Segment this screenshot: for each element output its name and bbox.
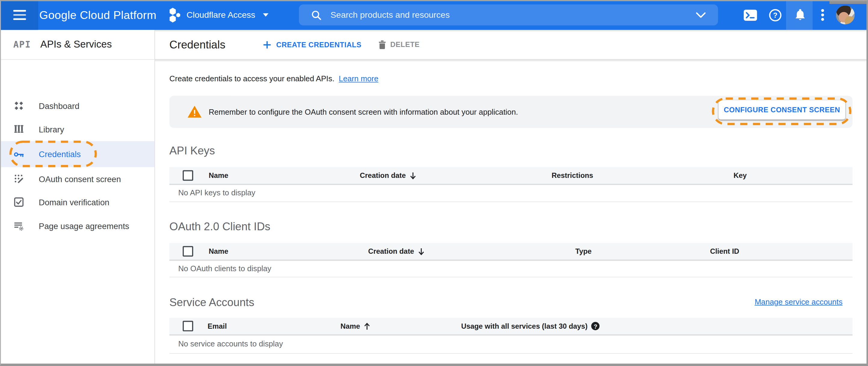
service-accounts-table-header: Email Name Usage with all services (last…: [169, 318, 852, 336]
manage-service-accounts-link[interactable]: Manage service accounts: [754, 297, 842, 306]
column-header-creation-date[interactable]: Creation date: [360, 171, 416, 180]
api-logo-glyph: API: [13, 39, 31, 50]
product-logo[interactable]: Google Cloud Platform: [39, 0, 156, 30]
page-title: Credentials: [169, 38, 225, 51]
sort-desc-icon: [418, 247, 425, 255]
create-credentials-button[interactable]: CREATE CREDENTIALS: [263, 40, 362, 49]
sidebar-item-label: Domain verification: [39, 197, 110, 207]
search-bar[interactable]: [299, 4, 718, 26]
toolbar-shadow: [155, 59, 868, 62]
select-all-checkbox[interactable]: [183, 321, 193, 331]
hexagon-cluster-icon: [169, 7, 181, 23]
section-title-oauth-clients: OAuth 2.0 Client IDs: [169, 220, 270, 233]
sidebar-item-domain-verification[interactable]: Domain verification: [0, 190, 154, 214]
dashboard-icon: [14, 101, 24, 111]
column-header-type[interactable]: Type: [576, 247, 592, 255]
column-header-name[interactable]: Name: [209, 247, 228, 255]
learn-more-link[interactable]: Learn more: [339, 74, 379, 83]
api-keys-empty-row: No API keys to display: [169, 184, 852, 202]
avatar[interactable]: [836, 5, 855, 24]
oauth-clients-empty-row: No OAuth clients to display: [169, 260, 852, 277]
sidebar-item-credentials[interactable]: Credentials: [0, 141, 154, 167]
sidebar-item-label: Library: [39, 124, 64, 134]
sidebar-header: API APIs & Services: [0, 30, 154, 60]
column-header-usage[interactable]: Usage with all services (last 30 days) ?: [461, 322, 599, 331]
oauth-clients-table-header: Name Creation date Type Client ID: [169, 243, 852, 261]
empty-text: No service accounts to display: [178, 339, 283, 348]
column-header-name[interactable]: Name: [340, 322, 371, 331]
gcp-console: Google Cloud Platform Cloudflare Access: [0, 0, 868, 366]
help-icon[interactable]: ?: [768, 0, 782, 30]
column-header-email[interactable]: Email: [208, 322, 227, 331]
notifications-icon[interactable]: [793, 0, 807, 30]
trash-icon: [379, 40, 386, 49]
column-header-restrictions[interactable]: Restrictions: [552, 171, 593, 180]
sidebar-item-oauth-consent-screen[interactable]: OAuth consent screen: [0, 167, 154, 190]
sidebar-item-label: OAuth consent screen: [39, 174, 121, 183]
domain-verification-icon: [14, 197, 24, 207]
banner-message: Remember to configure the OAuth consent …: [209, 108, 518, 116]
credentials-toolbar: Credentials CREATE CREDENTIALS DELETE: [155, 30, 868, 59]
service-accounts-empty-row: No service accounts to display: [169, 334, 852, 354]
project-caret-icon: [263, 13, 269, 17]
sort-desc-icon: [410, 172, 416, 179]
project-name: Cloudflare Access: [187, 10, 255, 20]
sidebar-item-label: Dashboard: [39, 101, 80, 111]
sidebar-item-library[interactable]: Library: [0, 117, 154, 141]
api-keys-table-header: Name Creation date Restrictions Key: [169, 167, 852, 185]
window-corner-patch: [830, 0, 868, 4]
sidebar: API APIs & Services Dashboard: [0, 30, 155, 366]
search-icon: [311, 10, 322, 20]
column-header-key[interactable]: Key: [734, 171, 747, 180]
library-icon: [14, 124, 24, 134]
project-selector[interactable]: Cloudflare Access: [169, 0, 269, 30]
plus-icon: [263, 40, 272, 49]
more-vertical-icon[interactable]: [818, 0, 827, 30]
select-all-checkbox[interactable]: [183, 246, 193, 257]
warning-triangle-icon: [187, 105, 202, 118]
page-usage-icon: [14, 221, 24, 231]
sidebar-title: APIs & Services: [40, 39, 112, 51]
delete-button[interactable]: DELETE: [379, 40, 420, 49]
chevron-down-icon[interactable]: [696, 12, 706, 18]
sidebar-item-dashboard[interactable]: Dashboard: [0, 94, 154, 117]
select-all-checkbox[interactable]: [183, 170, 193, 181]
sidebar-item-page-usage-agreements[interactable]: Page usage agreements: [0, 214, 154, 238]
column-header-client-id[interactable]: Client ID: [710, 247, 739, 255]
empty-text: No OAuth clients to display: [178, 264, 271, 272]
section-title-service-accounts: Service Accounts: [169, 296, 254, 309]
main-content: Credentials CREATE CREDENTIALS DELETE: [155, 30, 868, 366]
sort-asc-icon: [364, 322, 371, 330]
appbar-shadow: [155, 30, 868, 32]
configure-consent-screen-button[interactable]: CONFIGURE CONSENT SCREEN: [718, 100, 845, 120]
intro-text: Create credentials to access your enable…: [169, 74, 378, 83]
app-bar: Google Cloud Platform Cloudflare Access: [0, 0, 868, 30]
key-icon: [14, 149, 24, 159]
menu-icon[interactable]: [13, 10, 26, 20]
cloud-shell-icon[interactable]: [742, 0, 758, 30]
empty-text: No API keys to display: [178, 188, 255, 197]
svg-text:?: ?: [773, 11, 777, 19]
help-filled-icon[interactable]: ?: [591, 322, 600, 331]
section-title-api-keys: API Keys: [169, 145, 215, 157]
sidebar-item-label: Page usage agreements: [39, 221, 129, 231]
column-header-creation-date[interactable]: Creation date: [368, 247, 425, 255]
sidebar-item-label: Credentials: [39, 150, 81, 159]
column-header-name[interactable]: Name: [209, 171, 228, 180]
consent-screen-icon: [14, 174, 24, 184]
search-input[interactable]: [329, 9, 696, 21]
